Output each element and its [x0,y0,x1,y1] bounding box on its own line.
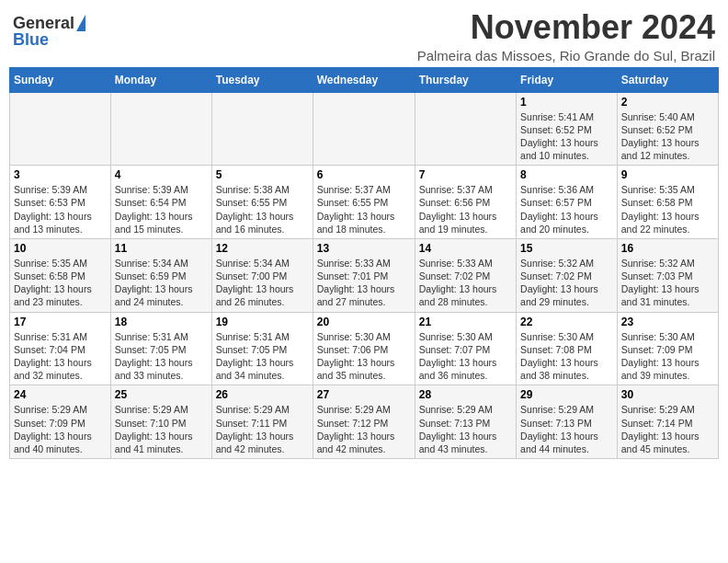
calendar-cell: 1Sunrise: 5:41 AM Sunset: 6:52 PM Daylig… [517,92,618,166]
day-info: Sunrise: 5:29 AM Sunset: 7:13 PM Dayligh… [419,403,512,455]
day-info: Sunrise: 5:35 AM Sunset: 6:58 PM Dayligh… [621,183,714,236]
day-info: Sunrise: 5:30 AM Sunset: 7:06 PM Dayligh… [317,330,411,383]
calendar-week-row: 24Sunrise: 5:29 AM Sunset: 7:09 PM Dayli… [10,385,719,459]
logo: General Blue [13,9,85,49]
calendar-header-row: SundayMondayTuesdayWednesdayThursdayFrid… [10,67,719,92]
day-info: Sunrise: 5:31 AM Sunset: 7:04 PM Dayligh… [14,330,107,383]
calendar-day-header: Monday [110,67,211,92]
calendar-cell: 16Sunrise: 5:32 AM Sunset: 7:03 PM Dayli… [617,238,718,312]
calendar-week-row: 17Sunrise: 5:31 AM Sunset: 7:04 PM Dayli… [10,312,719,385]
calendar-body: 1Sunrise: 5:41 AM Sunset: 6:52 PM Daylig… [10,92,719,458]
calendar-cell: 26Sunrise: 5:29 AM Sunset: 7:11 PM Dayli… [211,385,313,459]
day-info: Sunrise: 5:29 AM Sunset: 7:09 PM Dayligh… [14,403,107,455]
day-number: 19 [216,316,309,328]
day-number: 24 [14,388,107,401]
day-info: Sunrise: 5:29 AM Sunset: 7:11 PM Dayligh… [216,403,309,455]
calendar-week-row: 3Sunrise: 5:39 AM Sunset: 6:53 PM Daylig… [10,166,719,239]
day-info: Sunrise: 5:39 AM Sunset: 6:54 PM Dayligh… [115,183,208,236]
page-header: General Blue November 2024 Palmeira das … [9,9,719,63]
day-number: 20 [317,316,411,328]
calendar-day-header: Wednesday [313,67,415,92]
day-number: 3 [14,168,107,181]
day-number: 12 [216,242,309,255]
day-number: 6 [317,168,411,181]
day-info: Sunrise: 5:30 AM Sunset: 7:09 PM Dayligh… [621,330,714,383]
day-info: Sunrise: 5:29 AM Sunset: 7:14 PM Dayligh… [621,403,714,455]
calendar-cell: 12Sunrise: 5:34 AM Sunset: 7:00 PM Dayli… [211,238,313,312]
calendar-cell [10,92,111,166]
day-number: 14 [419,242,512,255]
calendar-cell: 20Sunrise: 5:30 AM Sunset: 7:06 PM Dayli… [313,312,415,385]
calendar-cell: 4Sunrise: 5:39 AM Sunset: 6:54 PM Daylig… [110,166,211,239]
calendar-cell: 17Sunrise: 5:31 AM Sunset: 7:04 PM Dayli… [10,312,111,385]
calendar-week-row: 10Sunrise: 5:35 AM Sunset: 6:58 PM Dayli… [10,238,719,312]
calendar-cell [415,92,516,166]
calendar-cell: 18Sunrise: 5:31 AM Sunset: 7:05 PM Dayli… [110,312,211,385]
logo-blue-text: Blue [13,30,49,49]
day-number: 5 [216,168,309,181]
day-number: 21 [419,316,512,328]
calendar-day-header: Saturday [617,67,718,92]
day-info: Sunrise: 5:31 AM Sunset: 7:05 PM Dayligh… [115,330,208,383]
location-subtitle: Palmeira das Missoes, Rio Grande do Sul,… [417,48,715,63]
day-info: Sunrise: 5:29 AM Sunset: 7:13 PM Dayligh… [520,403,613,455]
day-info: Sunrise: 5:37 AM Sunset: 6:56 PM Dayligh… [419,183,512,236]
calendar-cell: 14Sunrise: 5:33 AM Sunset: 7:02 PM Dayli… [415,238,516,312]
calendar-header: SundayMondayTuesdayWednesdayThursdayFrid… [10,67,719,92]
day-info: Sunrise: 5:29 AM Sunset: 7:10 PM Dayligh… [115,403,208,455]
day-info: Sunrise: 5:32 AM Sunset: 7:02 PM Dayligh… [520,257,613,309]
calendar-cell: 5Sunrise: 5:38 AM Sunset: 6:55 PM Daylig… [211,166,313,239]
calendar-cell: 30Sunrise: 5:29 AM Sunset: 7:14 PM Dayli… [617,385,718,459]
calendar-day-header: Tuesday [211,67,313,92]
day-number: 30 [621,388,714,401]
day-info: Sunrise: 5:33 AM Sunset: 7:02 PM Dayligh… [419,257,512,309]
calendar-cell: 19Sunrise: 5:31 AM Sunset: 7:05 PM Dayli… [211,312,313,385]
calendar-week-row: 1Sunrise: 5:41 AM Sunset: 6:52 PM Daylig… [10,92,719,166]
day-info: Sunrise: 5:39 AM Sunset: 6:53 PM Dayligh… [14,183,107,236]
day-info: Sunrise: 5:37 AM Sunset: 6:55 PM Dayligh… [317,183,411,236]
day-number: 7 [419,168,512,181]
calendar-day-header: Friday [517,67,618,92]
calendar-cell: 11Sunrise: 5:34 AM Sunset: 6:59 PM Dayli… [110,238,211,312]
calendar-day-header: Sunday [10,67,111,92]
day-number: 10 [14,242,107,255]
logo-general-text: General [13,15,74,31]
day-info: Sunrise: 5:30 AM Sunset: 7:07 PM Dayligh… [419,330,512,383]
day-number: 2 [621,96,714,109]
day-number: 8 [520,168,613,181]
day-number: 11 [115,242,208,255]
day-info: Sunrise: 5:38 AM Sunset: 6:55 PM Dayligh… [216,183,309,236]
calendar-cell: 24Sunrise: 5:29 AM Sunset: 7:09 PM Dayli… [10,385,111,459]
day-info: Sunrise: 5:31 AM Sunset: 7:05 PM Dayligh… [216,330,309,383]
day-info: Sunrise: 5:40 AM Sunset: 6:52 PM Dayligh… [621,110,714,163]
day-number: 25 [115,388,208,401]
day-info: Sunrise: 5:32 AM Sunset: 7:03 PM Dayligh… [621,257,714,309]
day-number: 13 [317,242,411,255]
calendar-cell: 6Sunrise: 5:37 AM Sunset: 6:55 PM Daylig… [313,166,415,239]
calendar-cell: 15Sunrise: 5:32 AM Sunset: 7:02 PM Dayli… [517,238,618,312]
day-info: Sunrise: 5:41 AM Sunset: 6:52 PM Dayligh… [520,110,613,163]
day-number: 28 [419,388,512,401]
calendar-cell: 25Sunrise: 5:29 AM Sunset: 7:10 PM Dayli… [110,385,211,459]
calendar-cell: 7Sunrise: 5:37 AM Sunset: 6:56 PM Daylig… [415,166,516,239]
day-number: 4 [115,168,208,181]
calendar-cell: 8Sunrise: 5:36 AM Sunset: 6:57 PM Daylig… [517,166,618,239]
day-number: 9 [621,168,714,181]
calendar-cell: 13Sunrise: 5:33 AM Sunset: 7:01 PM Dayli… [313,238,415,312]
calendar-cell [110,92,211,166]
day-number: 1 [520,96,613,109]
title-block: November 2024 Palmeira das Missoes, Rio … [417,9,715,63]
calendar-cell: 27Sunrise: 5:29 AM Sunset: 7:12 PM Dayli… [313,385,415,459]
day-info: Sunrise: 5:34 AM Sunset: 6:59 PM Dayligh… [115,257,208,309]
calendar-cell: 22Sunrise: 5:30 AM Sunset: 7:08 PM Dayli… [517,312,618,385]
day-number: 29 [520,388,613,401]
calendar-cell: 10Sunrise: 5:35 AM Sunset: 6:58 PM Dayli… [10,238,111,312]
day-info: Sunrise: 5:30 AM Sunset: 7:08 PM Dayligh… [520,330,613,383]
day-number: 16 [621,242,714,255]
calendar-cell: 21Sunrise: 5:30 AM Sunset: 7:07 PM Dayli… [415,312,516,385]
day-info: Sunrise: 5:33 AM Sunset: 7:01 PM Dayligh… [317,257,411,309]
calendar-cell: 9Sunrise: 5:35 AM Sunset: 6:58 PM Daylig… [617,166,718,239]
day-number: 22 [520,316,613,328]
day-number: 27 [317,388,411,401]
day-info: Sunrise: 5:34 AM Sunset: 7:00 PM Dayligh… [216,257,309,309]
